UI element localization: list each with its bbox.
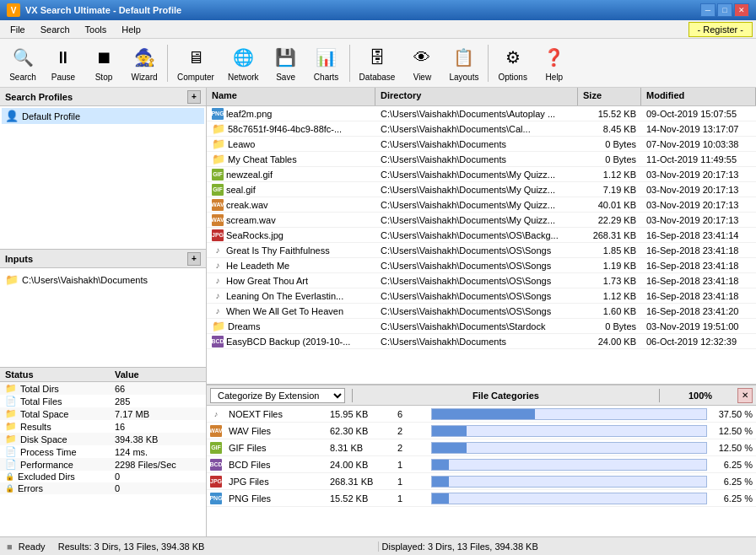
menu-tools[interactable]: Tools xyxy=(78,23,114,36)
inputs-add-button[interactable]: + xyxy=(187,252,201,266)
status-value-results: 16 xyxy=(115,422,201,432)
options-label: Options xyxy=(498,73,526,82)
table-row[interactable]: GIF seal.gif C:\Users\Vaishakh\Documents… xyxy=(207,182,756,197)
inputs-area: Inputs + 📁 C:\Users\Vaishakh\Documents xyxy=(0,250,206,368)
computer-icon: 🖥 xyxy=(182,45,209,71)
toolbar-wizard-button[interactable]: 🧙 Wizard xyxy=(125,41,164,85)
profile-item-default[interactable]: 👤 Default Profile xyxy=(2,108,204,124)
menu-file[interactable]: File xyxy=(3,23,32,36)
list-item[interactable]: JPG JPG Files 268.31 KB 1 6.25 % xyxy=(207,473,756,490)
status-label-process-time: 📄Process Time xyxy=(5,446,115,457)
gif-icon: GIF xyxy=(212,184,224,196)
toolbar-charts-button[interactable]: 📊 Charts xyxy=(307,41,346,85)
table-row[interactable]: 📁 58c7651f-9f46-4bc9-88fc-... C:\Users\V… xyxy=(207,121,756,137)
file-cell-dir: C:\Users\Vaishakh\Documents\My Quizz... xyxy=(375,184,578,196)
input-folder-path: C:\Users\Vaishakh\Documents xyxy=(22,275,148,285)
toolbar-search-button[interactable]: 🔍 Search xyxy=(3,41,42,85)
toolbar-help-button[interactable]: ❓ Help xyxy=(535,41,574,85)
col-header-modified[interactable]: Modified xyxy=(641,88,756,105)
cat-count-cell: 1 xyxy=(394,477,428,487)
status-bar: ■ Ready Results: 3 Dirs, 13 Files, 394.3… xyxy=(0,536,756,555)
table-row[interactable]: ♪ Leaning On The Everlastin... C:\Users\… xyxy=(207,288,756,304)
table-row[interactable]: PNG leaf2m.png C:\Users\Vaishakh\Documen… xyxy=(207,106,756,121)
file-cell-modified: 03-Nov-2019 20:17:13 xyxy=(641,214,756,226)
folder-icon: 📁 xyxy=(212,153,225,165)
table-row[interactable]: BCD EasyBCD Backup (2019-10-... C:\Users… xyxy=(207,334,756,349)
table-row[interactable]: GIF newzeal.gif C:\Users\Vaishakh\Docume… xyxy=(207,167,756,182)
table-row[interactable]: 📁 My Cheat Tables C:\Users\Vaishakh\Docu… xyxy=(207,152,756,167)
categorize-select[interactable]: Categorize By Extension xyxy=(210,388,345,403)
file-cell-dir: C:\Users\Vaishakh\Documents\My Quizz... xyxy=(375,214,578,226)
list-item[interactable]: BCD BCD Files 24.00 KB 1 6.25 % xyxy=(207,456,756,473)
toolbar-options-button[interactable]: ⚙ Options xyxy=(492,41,532,85)
toolbar-pause-button[interactable]: ⏸ Pause xyxy=(44,41,83,85)
table-row[interactable]: 📁 Dreams C:\Users\Vaishakh\Documents\Sta… xyxy=(207,319,756,334)
cat-bar-cell: 37.50 % xyxy=(428,408,756,420)
toolbar-view-button[interactable]: 👁 View xyxy=(402,41,441,85)
table-row[interactable]: ♪ Great Is Thy Faithfulness C:\Users\Vai… xyxy=(207,243,756,258)
close-categories-button[interactable]: ✕ xyxy=(737,388,753,403)
pause-label: Pause xyxy=(51,73,75,82)
search-profiles-label: Search Profiles xyxy=(5,92,73,102)
list-item[interactable]: WAV WAV Files 62.30 KB 2 12.50 % xyxy=(207,423,756,439)
toolbar-layouts-button[interactable]: 📋 Layouts xyxy=(443,41,484,85)
file-cell-name: 📁 Dreams xyxy=(207,319,375,333)
col-header-directory[interactable]: Directory xyxy=(375,88,578,105)
file-cell-name: ♪ How Great Thou Art xyxy=(207,274,375,288)
cat-bar-bg xyxy=(431,493,707,504)
table-row[interactable]: 📁 Leawo C:\Users\Vaishakh\Documents 0 By… xyxy=(207,137,756,152)
list-item[interactable]: GIF GIF Files 8.31 KB 2 12.50 % xyxy=(207,439,756,456)
file-cell-size: 0 Bytes xyxy=(578,154,641,165)
folder-icon: 📁 xyxy=(5,273,19,286)
status-value-total-files: 285 xyxy=(115,396,201,407)
generic-icon: ♪ xyxy=(212,275,224,287)
categorize-sep-2 xyxy=(659,389,660,402)
toolbar-computer-button[interactable]: 🖥 Computer xyxy=(171,41,220,85)
table-row[interactable]: WAV creak.wav C:\Users\Vaishakh\Document… xyxy=(207,197,756,213)
minimize-button[interactable]: ─ xyxy=(700,3,716,17)
database-icon: 🗄 xyxy=(364,45,391,71)
table-row[interactable]: ♪ How Great Thou Art C:\Users\Vaishakh\D… xyxy=(207,273,756,288)
folder-small-icon: 📁 xyxy=(5,383,17,394)
menu-search[interactable]: Search xyxy=(34,23,77,36)
file-cell-name: PNG leaf2m.png xyxy=(207,107,375,121)
search-profiles-add-button[interactable]: + xyxy=(187,90,201,104)
toolbar-stop-button[interactable]: ⏹ Stop xyxy=(84,41,123,85)
toolbar-separator-2 xyxy=(349,45,350,82)
table-row[interactable]: WAV scream.wav C:\Users\Vaishakh\Documen… xyxy=(207,213,756,228)
profiles-area[interactable]: 👤 Default Profile xyxy=(0,106,206,250)
cat-bar-cell: 12.50 % xyxy=(428,442,756,454)
table-row[interactable]: JPG SeaRocks.jpg C:\Users\Vaishakh\Docum… xyxy=(207,228,756,243)
folder-icon: 📁 xyxy=(212,320,225,332)
table-row[interactable]: ♪ When We All Get To Heaven C:\Users\Vai… xyxy=(207,304,756,319)
menu-help[interactable]: Help xyxy=(115,23,148,36)
toolbar-network-button[interactable]: 🌐 Network xyxy=(222,41,265,85)
statusbar-left: ■ Ready Results: 3 Dirs, 13 Files, 394.3… xyxy=(3,542,379,552)
table-row[interactable]: ♪ He Leadeth Me C:\Users\Vaishakh\Docume… xyxy=(207,258,756,273)
file-cell-name: 📁 Leawo xyxy=(207,137,375,151)
cat-bar-fill xyxy=(432,477,449,487)
list-item[interactable]: ♪ NOEXT Files 15.95 KB 6 37.50 % xyxy=(207,406,756,423)
register-button[interactable]: - Register - xyxy=(688,22,753,37)
folder-icon: 📁 xyxy=(212,137,225,150)
file-cell-name: ♪ Leaning On The Everlastin... xyxy=(207,289,375,303)
close-button[interactable]: ✕ xyxy=(734,3,749,17)
generic-icon: ♪ xyxy=(212,245,224,256)
cat-name-cell: PNG Files xyxy=(225,493,327,504)
toolbar-database-button[interactable]: 🗄 Database xyxy=(354,41,402,85)
col-header-name[interactable]: Name xyxy=(207,88,375,105)
cat-name-cell: BCD Files xyxy=(225,460,327,470)
list-item[interactable]: PNG PNG Files 15.52 KB 1 6.25 % xyxy=(207,490,756,507)
file-cell-modified: 16-Sep-2018 23:41:18 xyxy=(641,260,756,272)
categories-list[interactable]: ♪ NOEXT Files 15.95 KB 6 37.50 % WAV WAV… xyxy=(207,406,756,536)
toolbar-save-button[interactable]: 💾 Save xyxy=(267,41,305,85)
lock-icon-1: 🔒 xyxy=(5,472,14,481)
maximize-button[interactable]: □ xyxy=(717,3,732,17)
status-label-total-space: 📁Total Space xyxy=(5,408,115,419)
cat-bar-cell: 12.50 % xyxy=(428,425,756,437)
status-row-errors: 🔒Errors 0 xyxy=(0,482,206,494)
file-small-icon: 📄 xyxy=(5,396,17,407)
cat-icon-cell: JPG xyxy=(207,476,225,488)
file-list[interactable]: PNG leaf2m.png C:\Users\Vaishakh\Documen… xyxy=(207,106,756,385)
col-header-size[interactable]: Size xyxy=(578,88,641,105)
